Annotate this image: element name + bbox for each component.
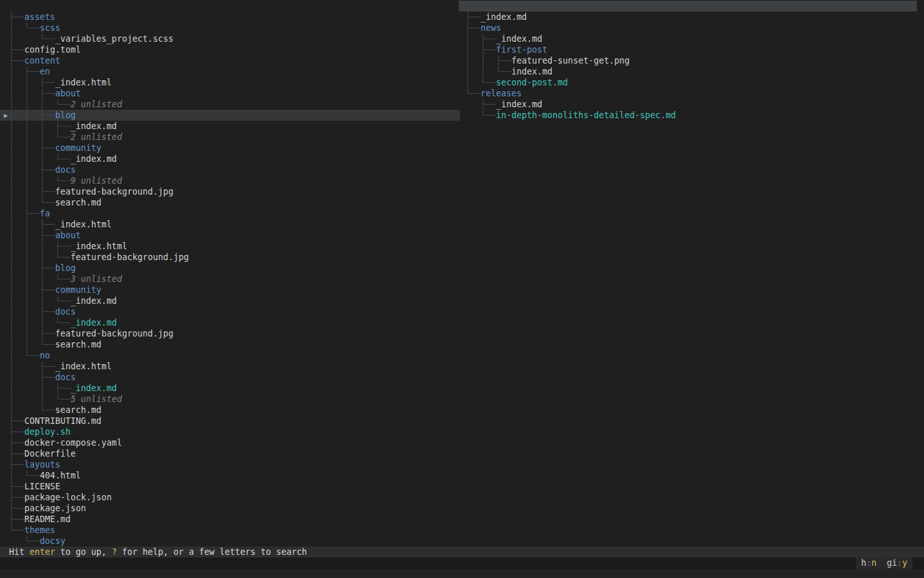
tree-branch-lines: ├── bbox=[465, 12, 481, 22]
tree-branch-lines: │ │ ├── bbox=[9, 187, 55, 197]
tree-row[interactable]: ├──layouts bbox=[0, 459, 460, 470]
panel-flags: h:n gi:y bbox=[856, 557, 912, 569]
tree-row[interactable]: │ │ ├──blog bbox=[0, 263, 460, 274]
tree-row[interactable]: │ │ ├──community bbox=[0, 143, 460, 153]
file-name: _index.html bbox=[71, 241, 127, 251]
tree-row[interactable]: │ │ │ └──_index.md bbox=[0, 153, 460, 164]
tree-row[interactable]: └──releases bbox=[459, 88, 924, 99]
tree-row[interactable]: │ │ │ └──_index.md bbox=[0, 317, 460, 328]
tree-row[interactable]: └──themes bbox=[0, 525, 460, 536]
tree-row[interactable]: │ └──search.md bbox=[0, 405, 460, 416]
file-name: featured-background.jpg bbox=[55, 329, 173, 338]
flag-name: h bbox=[861, 558, 866, 568]
command-input-right[interactable] bbox=[459, 557, 924, 569]
tree-row[interactable]: │ │ └──index.md bbox=[459, 66, 924, 77]
command-input-left[interactable]: :e bbox=[0, 557, 459, 569]
tree-row[interactable]: │ │ ├──docs bbox=[0, 306, 460, 317]
tree-branch-lines: ├── bbox=[465, 100, 496, 109]
tree-branch-lines: │ │ ├── bbox=[9, 307, 55, 317]
tree-row[interactable]: │ │ │ └──_index.md bbox=[0, 295, 460, 306]
tree-row[interactable]: ├──_index.md bbox=[459, 99, 924, 110]
tree-row[interactable]: │ ├──_index.md bbox=[459, 33, 924, 44]
tree-row[interactable]: ├──assets bbox=[0, 12, 460, 22]
tree-row[interactable]: │ │ ├──_index.md bbox=[0, 383, 460, 394]
tree-row[interactable]: │ │ │ └──3 unlisted bbox=[0, 274, 460, 285]
tree-row[interactable]: │ │ ├──docs bbox=[0, 164, 460, 175]
tree-row[interactable]: │ │ ├──featured-background.jpg bbox=[0, 186, 460, 197]
tree-row[interactable]: ├──CONTRIBUTING.md bbox=[0, 416, 460, 426]
tree-row[interactable]: │ │ ├──_index.html bbox=[0, 77, 460, 88]
tree-row[interactable]: ├──news bbox=[459, 22, 924, 33]
tree-row[interactable]: ├──package.json bbox=[0, 503, 460, 514]
status-text: for help, or a few letters to search bbox=[117, 547, 307, 557]
tree-row[interactable]: │ │ └──search.md bbox=[0, 197, 460, 208]
tree-row[interactable]: │ │ ├──featured-background.jpg bbox=[0, 328, 460, 339]
panel-left: /home/example-user/docsy-example ├──asse… bbox=[0, 0, 460, 547]
tree-branch-lines: │ └── bbox=[9, 471, 40, 480]
tree-row[interactable]: │ ├──fa bbox=[0, 208, 460, 219]
tree-row[interactable]: │ │ │ ├──_index.md bbox=[0, 121, 460, 132]
dir-name: blog bbox=[55, 263, 76, 273]
tree-branch-lines: │ │ │ └── bbox=[9, 318, 71, 328]
tree-row[interactable]: │ │ └──search.md bbox=[0, 339, 460, 350]
tree-branch-lines: ├── bbox=[9, 438, 24, 448]
tree-row[interactable]: ├──README.md bbox=[0, 514, 460, 525]
tree-row[interactable]: ├──docker-compose.yaml bbox=[0, 437, 460, 448]
tree-branch-lines: ├── bbox=[9, 493, 24, 502]
tree-row[interactable]: ├──config.toml bbox=[0, 44, 460, 55]
tree-row[interactable]: ▶│ │ ├──blog bbox=[0, 110, 460, 121]
tree-branch-lines: │ │ └── bbox=[9, 198, 55, 207]
tree-row[interactable]: │ │ └──5 unlisted bbox=[0, 394, 460, 405]
tree-row[interactable]: │ │ ├──_index.html bbox=[0, 219, 460, 230]
tree-row[interactable]: │ ├──_index.html bbox=[0, 361, 460, 372]
tree-row[interactable]: │ │ │ └──featured-background.jpg bbox=[0, 252, 460, 263]
tree-row[interactable]: │ └──scss bbox=[0, 22, 460, 33]
status-bar: Hit enter to go up, ? for help, or a few… bbox=[0, 547, 924, 557]
tree-row[interactable]: └──in-depth-monoliths-detailed-spec.md bbox=[459, 110, 924, 121]
tree-row[interactable]: │ └──_variables_project.scss bbox=[0, 33, 460, 44]
file-name: docker-compose.yaml bbox=[24, 438, 122, 448]
tree-row[interactable]: │ │ │ └──2 unlisted bbox=[0, 132, 460, 143]
tree-row[interactable]: │ │ ├──community bbox=[0, 285, 460, 295]
tree-branch-lines: │ └── bbox=[9, 405, 55, 415]
tree-row[interactable]: │ └──second-post.md bbox=[459, 77, 924, 88]
tree-branch-lines: ├── bbox=[9, 504, 24, 513]
dir-name: docsy bbox=[40, 536, 65, 546]
dir-name: no bbox=[40, 351, 50, 360]
file-name: _index.html bbox=[55, 220, 112, 229]
tree-row[interactable]: ├──Dockerfile bbox=[0, 448, 460, 459]
tree-row[interactable]: │ │ ├──about bbox=[0, 230, 460, 241]
tree-row[interactable]: ├──_index.md bbox=[459, 12, 924, 22]
tree-branch-lines: ├── bbox=[9, 514, 24, 524]
tree-branch-lines: ├── bbox=[9, 56, 24, 66]
file-tree-right: ├──_index.md├──news│ ├──_index.md│ ├──fi… bbox=[459, 12, 924, 121]
tree-row[interactable]: ├──content bbox=[0, 55, 460, 66]
tree-row[interactable]: │ │ ├──about bbox=[0, 88, 460, 99]
tree-row[interactable]: │ │ │ ├──_index.html bbox=[0, 241, 460, 252]
file-name: _index.md bbox=[71, 318, 117, 328]
tree-row[interactable]: ├──LICENSE bbox=[0, 481, 460, 492]
tree-row[interactable]: │ │ │ └──2 unlisted bbox=[0, 99, 460, 110]
tree-row[interactable]: └──docsy bbox=[0, 536, 460, 547]
dir-name: assets bbox=[24, 12, 55, 22]
file-name: featured-sunset-get.png bbox=[511, 56, 629, 66]
unlisted-count: 5 unlisted bbox=[71, 394, 122, 404]
tree-branch-lines: │ │ │ ├── bbox=[9, 241, 71, 251]
tree-row[interactable]: │ └──404.html bbox=[0, 470, 460, 481]
file-name: search.md bbox=[55, 405, 101, 415]
flag-value: n bbox=[871, 558, 877, 568]
file-name: _index.md bbox=[496, 100, 542, 109]
tree-row[interactable]: │ │ │ └──9 unlisted bbox=[0, 175, 460, 186]
tree-row[interactable]: │ └──no bbox=[0, 350, 460, 361]
tree-row[interactable]: │ ├──docs bbox=[0, 372, 460, 383]
tree-row[interactable]: │ │ ├──featured-sunset-get.png bbox=[459, 55, 924, 66]
tree-row[interactable]: │ ├──first-post bbox=[459, 44, 924, 55]
tree-branch-lines: ├── bbox=[9, 416, 24, 426]
file-name: search.md bbox=[55, 198, 101, 207]
tree-row[interactable]: ├──package-lock.json bbox=[0, 492, 460, 503]
tree-row[interactable]: │ ├──en bbox=[0, 66, 460, 77]
file-name: _index.html bbox=[55, 78, 112, 87]
tree-branch-lines: │ │ ├── bbox=[9, 89, 55, 98]
tree-row[interactable]: ├──deploy.sh bbox=[0, 426, 460, 437]
dir-name: blog bbox=[55, 110, 76, 120]
